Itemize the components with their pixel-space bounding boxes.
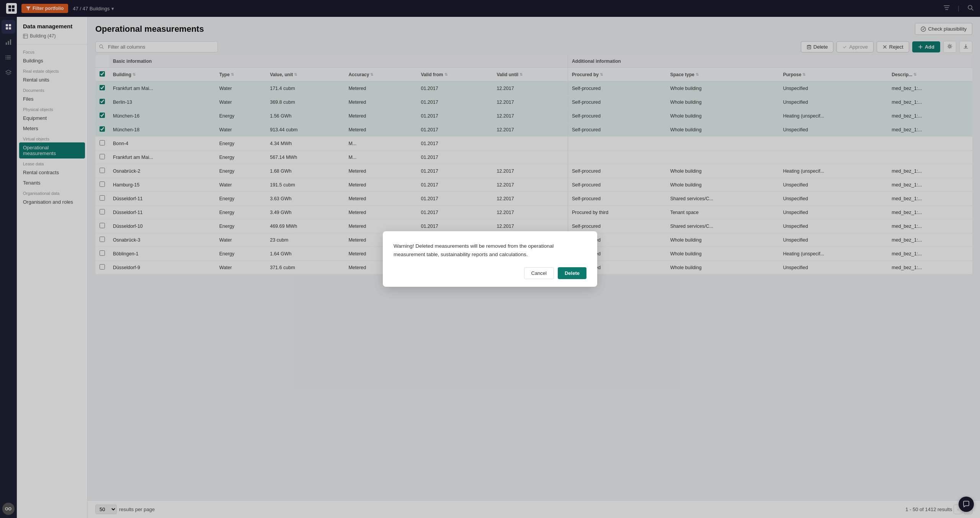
delete-confirmation-modal: Warning! Deleted measurements will be re… — [383, 231, 597, 286]
modal-warning-text: Warning! Deleted measurements will be re… — [394, 242, 586, 258]
modal-actions: Cancel Delete — [394, 267, 586, 279]
modal-delete-button[interactable]: Delete — [558, 267, 586, 279]
modal-overlay[interactable]: Warning! Deleted measurements will be re… — [0, 0, 980, 518]
modal-cancel-button[interactable]: Cancel — [524, 267, 554, 279]
